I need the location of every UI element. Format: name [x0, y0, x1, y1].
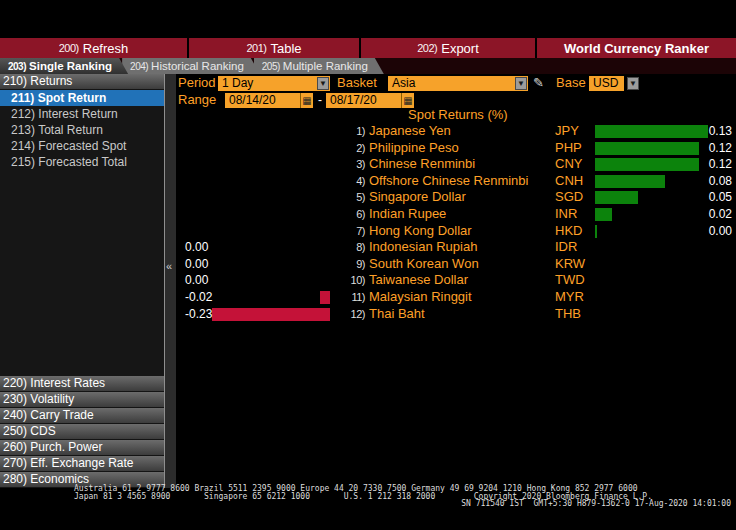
positive-bar [595, 225, 597, 238]
page-title: World Currency Ranker [537, 38, 736, 58]
pos-value-label: 0.08 [692, 173, 732, 190]
tab-multiple-ranking[interactable]: 205)Multiple Ranking [254, 58, 384, 74]
sidebar-item-total-return[interactable]: 213) Total Return [0, 122, 164, 138]
currency-name: Indian Rupee [369, 206, 446, 223]
chart-row-jpy[interactable]: 1)Japanese YenJPY0.13 [176, 123, 736, 140]
sidebar-item-interest-rates[interactable]: 220) Interest Rates [0, 376, 164, 392]
tab-label: Multiple Ranking [283, 60, 368, 72]
chart-row-inr[interactable]: 6)Indian RupeeINR0.02 [176, 206, 736, 223]
menu-button-refresh[interactable]: 200)Refresh [0, 38, 189, 58]
chart-row-php[interactable]: 2)Philippine PesoPHP0.12 [176, 140, 736, 157]
chart-row-cnh[interactable]: 4)Offshore Chinese RenminbiCNH0.08 [176, 173, 736, 190]
base-dropdown[interactable]: USD [589, 76, 624, 91]
tab-key: 205) [262, 61, 280, 72]
chart-row-sgd[interactable]: 5)Singapore DollarSGD0.05 [176, 189, 736, 206]
currency-code: TWD [555, 272, 585, 289]
chart-row-krw[interactable]: 0.009)South Korean WonKRW [176, 256, 736, 273]
calendar-icon[interactable]: ▦ [401, 93, 414, 108]
sidebar-item-interest-return[interactable]: 212) Interest Return [0, 106, 164, 122]
sidebar-items: 211) Spot Return212) Interest Return213)… [0, 90, 164, 170]
currency-code: THB [555, 306, 581, 323]
currency-code: HKD [555, 223, 582, 240]
positive-bar [595, 142, 699, 155]
pos-value-label: 0.02 [692, 206, 732, 223]
basket-value: Asia [392, 76, 415, 90]
pos-value-label: 0.13 [692, 123, 732, 140]
positive-bar [595, 191, 638, 204]
sidebar-item-returns[interactable]: 210) Returns [0, 74, 164, 90]
menu-button-key: 201) [246, 42, 266, 54]
chart-rows: 1)Japanese YenJPY0.132)Philippine PesoPH… [176, 123, 736, 322]
currency-name: Offshore Chinese Renminbi [369, 173, 528, 190]
pos-value-label: 0.12 [692, 140, 732, 157]
row-number: 2) [332, 140, 365, 157]
row-number: 1) [332, 123, 365, 140]
row-number: 3) [332, 156, 365, 173]
menu-button-table[interactable]: 201)Table [189, 38, 361, 58]
row-number: 4) [332, 173, 365, 190]
row-number: 7) [332, 223, 365, 240]
chart-row-idr[interactable]: 0.008)Indonesian RupiahIDR [176, 239, 736, 256]
currency-name: Philippine Peso [369, 140, 459, 157]
menu-button-label: Table [270, 41, 301, 56]
currency-code: INR [555, 206, 577, 223]
neg-value-label: -0.23 [185, 306, 230, 323]
menu-button-key: 202) [417, 42, 437, 54]
menu-button-label: Export [441, 41, 479, 56]
sidebar-item-volatility[interactable]: 230) Volatility [0, 392, 164, 408]
currency-name: Singapore Dollar [369, 189, 466, 206]
chart-row-cny[interactable]: 3)Chinese RenminbiCNY0.12 [176, 156, 736, 173]
edit-basket-icon[interactable]: ✎ [533, 75, 544, 91]
sidebar-item-forecasted-spot[interactable]: 214) Forecasted Spot [0, 138, 164, 154]
chart-row-myr[interactable]: -0.0211)Malaysian RinggitMYR [176, 289, 736, 306]
chevron-down-icon[interactable]: ▼ [317, 77, 329, 90]
currency-code: KRW [555, 256, 585, 273]
row-number: 10) [332, 272, 365, 289]
chart-row-twd[interactable]: 0.0010)Taiwanese DollarTWD [176, 272, 736, 289]
range-separator: - [318, 92, 322, 108]
currency-code: CNY [555, 156, 582, 173]
tab-historical-ranking[interactable]: 204)Historical Ranking [122, 58, 260, 74]
menu-button-label: Refresh [83, 41, 129, 56]
currency-code: CNH [555, 173, 583, 190]
sidebar-divider: « [164, 74, 176, 488]
range-end-input[interactable]: 08/17/20 [326, 93, 401, 108]
calendar-icon[interactable]: ▦ [300, 93, 313, 108]
chevron-down-icon[interactable]: ▼ [515, 77, 527, 90]
menu-button-export[interactable]: 202)Export [361, 38, 537, 58]
currency-code: SGD [555, 189, 583, 206]
period-dropdown[interactable]: 1 Day ▼ [218, 76, 330, 91]
chart-row-thb[interactable]: -0.2312)Thai BahtTHB [176, 306, 736, 323]
sidebar-item-forecasted-total[interactable]: 215) Forecasted Total [0, 154, 164, 170]
sidebar-item-cds[interactable]: 250) CDS [0, 424, 164, 440]
tab-key: 204) [130, 61, 148, 72]
period-label: Period [178, 75, 216, 91]
basket-dropdown[interactable]: Asia ▼ [388, 76, 528, 91]
chart-row-hkd[interactable]: 7)Hong Kong DollarHKD0.00 [176, 223, 736, 240]
currency-name: Hong Kong Dollar [369, 223, 472, 240]
currency-name: Thai Baht [369, 306, 425, 323]
sidebar-sections: 220) Interest Rates230) Volatility240) C… [0, 376, 164, 488]
currency-code: MYR [555, 289, 584, 306]
status-line-3: SN 711540 IST GMT+5:30 H879-1362-0 17-Au… [461, 500, 731, 508]
row-number: 12) [332, 306, 365, 323]
neg-value-label: 0.00 [185, 256, 230, 273]
menu-bar: 200)Refresh201)Table202)ExportWorld Curr… [0, 38, 736, 58]
row-number: 5) [332, 189, 365, 206]
tab-single-ranking[interactable]: 203)Single Ranking [0, 58, 128, 74]
chevron-down-icon[interactable]: ▼ [627, 77, 639, 90]
base-label: Base [556, 75, 586, 91]
sidebar-item-eff-exchange-rate[interactable]: 270) Eff. Exchange Rate [0, 456, 164, 472]
range-start-input[interactable]: 08/14/20 [225, 93, 300, 108]
positive-bar [595, 208, 612, 221]
row-number: 11) [332, 289, 365, 306]
period-value: 1 Day [222, 76, 253, 90]
sidebar-item-spot-return[interactable]: 211) Spot Return [0, 90, 164, 106]
currency-code: JPY [555, 123, 579, 140]
base-value: USD [593, 76, 618, 90]
collapse-sidebar-icon[interactable]: « [166, 260, 172, 272]
sidebar-item-purch-power[interactable]: 260) Purch. Power [0, 440, 164, 456]
neg-value-label: 0.00 [185, 239, 230, 256]
chart-title: Spot Returns (%) [408, 107, 508, 123]
sidebar-item-carry-trade[interactable]: 240) Carry Trade [0, 408, 164, 424]
